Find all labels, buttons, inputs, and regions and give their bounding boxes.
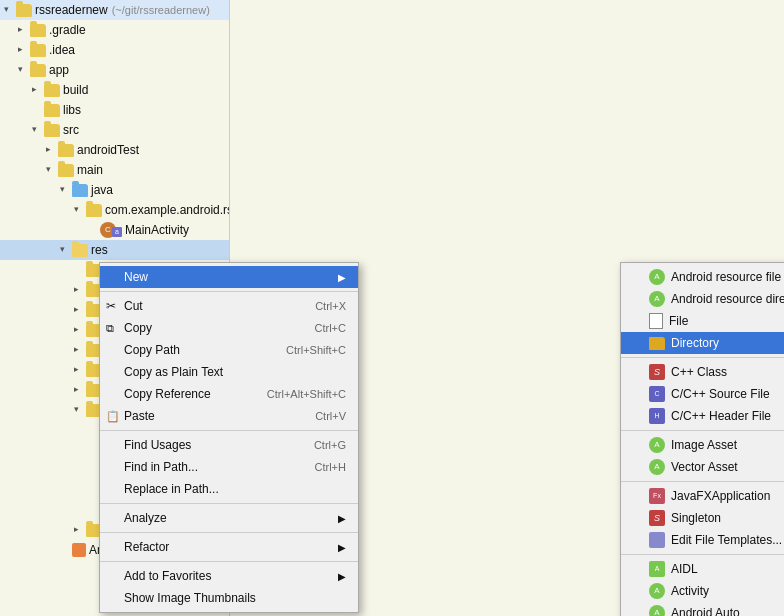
context-menu-overlay: New ▶ ✂ Cut Ctrl+X ⧉ Copy Ctrl+C Copy Pa…	[99, 262, 359, 613]
submenu-item-directory[interactable]: Directory	[621, 332, 784, 354]
image-asset-icon: A	[649, 437, 665, 453]
values-w82-arrow	[74, 524, 86, 536]
menu-item-replaceinpath[interactable]: Replace in Path...	[100, 478, 358, 500]
menu-copypath-shortcut: Ctrl+Shift+C	[286, 344, 346, 356]
main-arrow	[46, 164, 58, 176]
libs-folder-icon	[44, 104, 60, 117]
app-arrow	[18, 64, 30, 76]
tree-item-com[interactable]: com.example.android.rssreader	[0, 200, 229, 220]
menu-copyref-label: Copy Reference	[124, 387, 211, 401]
menu-copyplain-label: Copy as Plain Text	[124, 365, 223, 379]
src-label: src	[63, 123, 79, 137]
gradle-folder-icon	[30, 24, 46, 37]
android-auto-icon: A	[649, 605, 665, 616]
src-arrow	[32, 124, 44, 136]
aidl-label: AIDL	[671, 562, 698, 576]
tree-item-gradle[interactable]: .gradle	[0, 20, 229, 40]
tree-root[interactable]: rssreadernew (~/git/rssreadernew)	[0, 0, 229, 20]
edit-templates-icon	[649, 532, 665, 548]
submenu-item-cpp-header[interactable]: H C/C++ Header File	[621, 405, 784, 427]
submenu-item-image-asset[interactable]: A Image Asset	[621, 434, 784, 456]
menu-item-copypath[interactable]: Copy Path Ctrl+Shift+C	[100, 339, 358, 361]
submenu-item-cpp-class[interactable]: S C++ Class	[621, 361, 784, 383]
menu-copy-label: Copy	[124, 321, 152, 335]
menu-copy-shortcut: Ctrl+C	[315, 322, 346, 334]
submenu-item-edit-templates[interactable]: Edit File Templates...	[621, 529, 784, 551]
javafx-label: JavaFXApplication	[671, 489, 770, 503]
android-auto-label: Android Auto	[671, 606, 740, 616]
menu-item-copyplain[interactable]: Copy as Plain Text	[100, 361, 358, 383]
tree-item-java[interactable]: java	[0, 180, 229, 200]
tree-item-androidtest[interactable]: androidTest	[0, 140, 229, 160]
submenu-item-android-auto[interactable]: A Android Auto	[621, 602, 784, 616]
java-folder-icon	[72, 184, 88, 197]
mipmap-mc-arrow	[74, 324, 86, 336]
mipmap-xh-arrow	[74, 344, 86, 356]
vector-asset-icon: A	[649, 459, 665, 475]
submenu-item-android-resource-dir[interactable]: A Android resource directory	[621, 288, 784, 310]
androidtest-folder-icon	[58, 144, 74, 157]
menu-item-findusages[interactable]: Find Usages Ctrl+G	[100, 434, 358, 456]
singleton-icon: S	[649, 510, 665, 526]
tree-item-res[interactable]: res	[0, 240, 229, 260]
submenu-item-singleton[interactable]: S Singleton	[621, 507, 784, 529]
menu-item-paste[interactable]: 📋 Paste Ctrl+V	[100, 405, 358, 427]
submenu-item-javafx[interactable]: Fx JavaFXApplication	[621, 485, 784, 507]
menu-item-findinpath[interactable]: Find in Path... Ctrl+H	[100, 456, 358, 478]
menu-replaceinpath-label: Replace in Path...	[124, 482, 219, 496]
com-label: com.example.android.rssreader	[105, 203, 230, 217]
main-label: main	[77, 163, 103, 177]
menu-analyze-arrow: ▶	[338, 513, 346, 524]
submenu-sep-1	[621, 357, 784, 358]
menu-item-analyze[interactable]: Analyze ▶	[100, 507, 358, 529]
directory-label: Directory	[671, 336, 719, 350]
menu-item-cut[interactable]: ✂ Cut Ctrl+X	[100, 295, 358, 317]
tree-item-libs[interactable]: libs	[0, 100, 229, 120]
tree-item-idea[interactable]: .idea	[0, 40, 229, 60]
java-arrow	[60, 184, 72, 196]
menu-item-copyref[interactable]: Copy Reference Ctrl+Alt+Shift+C	[100, 383, 358, 405]
menu-findusages-shortcut: Ctrl+G	[314, 439, 346, 451]
menu-item-refactor[interactable]: Refactor ▶	[100, 536, 358, 558]
submenu-item-android-resource-file[interactable]: A Android resource file	[621, 266, 784, 288]
menu-new-label: New	[124, 270, 148, 284]
androidmanifest-arrow	[60, 544, 72, 556]
cpp-class-icon: S	[649, 364, 665, 380]
idea-folder-icon	[30, 44, 46, 57]
tree-item-main[interactable]: main	[0, 160, 229, 180]
tree-item-build[interactable]: build	[0, 80, 229, 100]
edit-templates-label: Edit File Templates...	[671, 533, 782, 547]
submenu-item-vector-asset[interactable]: A Vector Asset	[621, 456, 784, 478]
submenu-item-aidl[interactable]: A AIDL ▶	[621, 558, 784, 580]
mipmap-xxl-arrow	[74, 364, 86, 376]
activity-icon: A	[649, 583, 665, 599]
app-label: app	[49, 63, 69, 77]
menu-sep-2	[100, 430, 358, 431]
image-asset-label: Image Asset	[671, 438, 737, 452]
submenu-item-activity[interactable]: A Activity ▶	[621, 580, 784, 602]
android-resource-dir-icon: A	[649, 291, 665, 307]
menu-item-showimages[interactable]: Show Image Thumbnails	[100, 587, 358, 609]
menu-addtofav-label: Add to Favorites	[124, 569, 211, 583]
menu-copyref-shortcut: Ctrl+Alt+Shift+C	[267, 388, 346, 400]
idea-arrow	[18, 44, 30, 56]
submenu-item-file[interactable]: File	[621, 310, 784, 332]
src-folder-icon	[44, 124, 60, 137]
main-folder-icon	[58, 164, 74, 177]
cpp-header-label: C/C++ Header File	[671, 409, 771, 423]
mipmap-xxx-arrow	[74, 384, 86, 396]
menu-sep-1	[100, 291, 358, 292]
cpp-source-icon: C	[649, 386, 665, 402]
tree-item-src[interactable]: src	[0, 120, 229, 140]
file-label: File	[669, 314, 688, 328]
cpp-class-label: C++ Class	[671, 365, 727, 379]
tree-item-app[interactable]: app	[0, 60, 229, 80]
menu-addtofav-arrow: ▶	[338, 571, 346, 582]
tree-item-mainactivity[interactable]: C a MainActivity	[0, 220, 229, 240]
singleton-label: Singleton	[671, 511, 721, 525]
submenu-item-cpp-source[interactable]: C C/C++ Source File	[621, 383, 784, 405]
menu-item-new[interactable]: New ▶	[100, 266, 358, 288]
menu-item-copy[interactable]: ⧉ Copy Ctrl+C	[100, 317, 358, 339]
menu-cut-shortcut: Ctrl+X	[315, 300, 346, 312]
menu-item-addtofav[interactable]: Add to Favorites ▶	[100, 565, 358, 587]
